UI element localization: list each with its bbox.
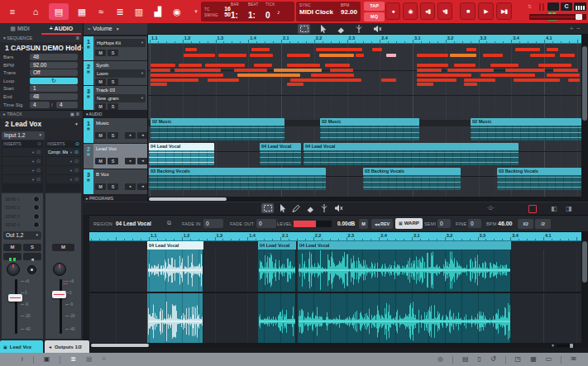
overdub-button[interactable]: ◉ (403, 2, 418, 20)
grid-icon[interactable]: ▦ (530, 353, 537, 366)
midi-note[interactable] (466, 48, 476, 51)
bpm-half-button[interactable]: /2 (535, 219, 551, 229)
tap-tempo-button[interactable]: TAP (364, 2, 385, 11)
program-edit-icon[interactable]: ≣ (114, 3, 126, 20)
audio-track-row[interactable]: 3▦B VoxMS●◄ (84, 169, 148, 194)
midi-note[interactable] (530, 54, 555, 57)
midi-note[interactable] (514, 78, 560, 82)
tc-value[interactable]: 16 (224, 6, 231, 12)
midi-note[interactable] (316, 48, 362, 51)
track-solo-button[interactable]: S (108, 132, 118, 139)
sequence-menu-icon[interactable]: ≣ (75, 35, 79, 42)
midi-note[interactable] (287, 64, 320, 67)
metronome-note-icon[interactable]: ♪ (277, 9, 280, 15)
midi-note[interactable] (290, 78, 361, 82)
loop-toggle-button[interactable]: ↻ (30, 78, 78, 84)
midi-note[interactable] (287, 54, 310, 57)
track-name-dropdown[interactable]: 2 Lead Vox▼ (0, 118, 83, 129)
timesig-numerator-field[interactable]: 4 (30, 102, 50, 108)
midi-note[interactable] (218, 54, 246, 57)
sequence-section-header[interactable]: ▾ SEQUENCE (3, 35, 32, 42)
list-view-icon[interactable]: ≣ (70, 353, 76, 366)
insert-slot[interactable]: ▼⊙ (46, 166, 80, 174)
insert-slot[interactable]: ▼⊙ (2, 175, 42, 183)
track-height-zoom-icons[interactable]: +− (570, 25, 584, 32)
midi-note[interactable] (325, 64, 350, 67)
record-status-icon[interactable]: ◎ (437, 353, 443, 366)
punch-in-button[interactable]: ●▮ (420, 2, 435, 20)
midi-note[interactable] (515, 48, 540, 51)
track-number-badge[interactable]: 2▦ (84, 144, 93, 169)
sample-edit-icon[interactable]: ≈ (95, 3, 107, 20)
midi-note[interactable] (547, 74, 580, 77)
track-solo-button[interactable]: S (108, 50, 118, 56)
editor-ruler[interactable]: 1.11.21.31.42.12.22.32.43.13.23.33.44.1 (89, 232, 581, 241)
midi-track-row[interactable]: 1▦HipHops Kit▼MS (84, 36, 148, 60)
channel-tab-outputs[interactable]: ◄Outputs 1/2 (45, 340, 89, 353)
track-solo-button[interactable]: S (108, 183, 118, 190)
link-edit-icon[interactable] (528, 205, 537, 213)
midi-note[interactable] (447, 69, 494, 72)
midi-note[interactable] (184, 54, 215, 57)
midi-note[interactable] (483, 54, 503, 57)
midi-note[interactable] (417, 64, 448, 67)
programs-section-header[interactable]: ▸ PROGRAMS (84, 195, 148, 202)
send-knob[interactable] (33, 221, 40, 228)
program-select[interactable]: HipHops Kit▼ (95, 39, 146, 47)
main-view-icon[interactable]: ▤ (49, 3, 69, 20)
midi-note[interactable] (547, 48, 558, 51)
stop-button[interactable]: ■ (460, 2, 476, 20)
midi-note[interactable] (185, 48, 197, 51)
midi-note[interactable] (464, 78, 495, 82)
midi-note[interactable] (319, 54, 354, 57)
fader-handle[interactable] (52, 291, 66, 298)
midi-note[interactable] (372, 48, 382, 51)
track-mute-button[interactable]: M (95, 183, 106, 190)
waveform-canvas[interactable] (89, 241, 581, 343)
midi-note[interactable] (151, 74, 223, 77)
audio-clip[interactable]: 03 Backing Vocals (149, 168, 326, 190)
split-tool[interactable] (352, 24, 365, 34)
power-icon[interactable]: ⊙ (74, 167, 79, 173)
level-slider[interactable] (294, 221, 332, 227)
midi-note[interactable] (274, 69, 322, 72)
midi-note[interactable] (151, 78, 198, 82)
undo-icon[interactable]: ↺ (490, 353, 496, 366)
fade-in-field[interactable]: 0 (203, 219, 223, 228)
sequence-name-dropdown[interactable]: 1 CAPSUN DEMO Hold▼ (0, 42, 83, 53)
track-number-badge[interactable]: 1▦ (84, 36, 93, 60)
field-value[interactable]: Off (30, 69, 78, 76)
midi-note[interactable] (454, 64, 476, 67)
track-solo-button[interactable]: S (108, 103, 118, 110)
track-mute-button[interactable]: M (95, 50, 106, 56)
eraser-tool[interactable] (334, 24, 347, 34)
speaker-monitor-button[interactable]: ◄ (23, 253, 41, 260)
power-icon[interactable]: ⊙ (36, 167, 41, 173)
track-mute-button[interactable]: M (95, 158, 106, 164)
mute-tool[interactable] (370, 24, 383, 34)
track-mute-button[interactable]: M (95, 132, 106, 139)
send-knob[interactable] (33, 196, 40, 202)
power-icon[interactable]: ⊙ (75, 140, 79, 147)
views-caret-icon[interactable]: ▾ (190, 3, 202, 20)
new-doc-icon[interactable]: ▤ (462, 353, 469, 366)
audio-clip[interactable]: 02 Music (471, 118, 581, 140)
power-icon[interactable]: ⊙ (74, 176, 79, 183)
channel-tab-lead-vox[interactable]: ▣Lead Vox (0, 340, 43, 353)
master-pan-knob[interactable] (53, 263, 66, 276)
marquee-tool[interactable] (261, 203, 274, 213)
play-button[interactable]: ▶ (478, 2, 494, 20)
midi-track-row[interactable]: 2▦SynthLoom▼MS (84, 61, 148, 85)
midi-note[interactable] (450, 54, 476, 57)
grid-view-icon[interactable]: ▦ (86, 353, 93, 366)
track-number-badge[interactable]: 2▦ (84, 61, 93, 85)
snapshot-icon[interactable]: ▣ (44, 353, 50, 366)
field-value[interactable]: 48 (30, 93, 78, 100)
beat-value[interactable]: 1: (248, 11, 256, 20)
reverse-button[interactable]: ◀◀ REV (371, 219, 393, 229)
pan-knob[interactable] (7, 263, 20, 276)
midi-note[interactable] (538, 64, 571, 67)
power-icon[interactable]: ⊙ (37, 140, 41, 147)
bpm-double-button[interactable]: X2 (518, 219, 533, 229)
midi-note[interactable] (287, 83, 304, 86)
